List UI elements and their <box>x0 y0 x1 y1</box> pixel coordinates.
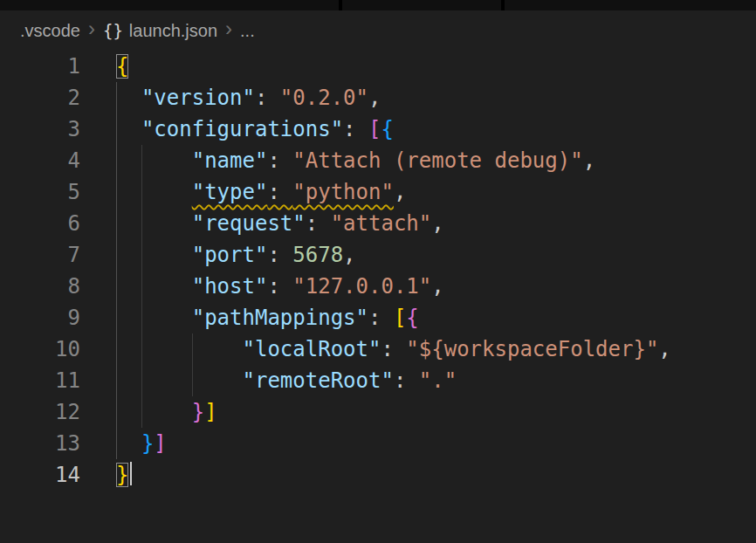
code-token: "attach" <box>331 211 432 236</box>
code-token: , <box>394 180 406 204</box>
code-line[interactable]: 14} <box>0 459 756 491</box>
code-text: "pathMappings": [{ <box>80 302 419 333</box>
code-line[interactable]: 4"name": "Attach (remote debug)", <box>0 145 756 176</box>
code-line[interactable]: 1{ <box>0 51 756 82</box>
code-text: "name": "Attach (remote debug)", <box>80 145 595 176</box>
code-line[interactable]: 2"version": "0.2.0", <box>0 82 756 113</box>
code-token: "version" <box>141 86 255 110</box>
token-warning-squiggle: : <box>267 180 292 204</box>
tab-bar-bottom-strip <box>0 0 756 10</box>
code-token: "127.0.0.1" <box>292 274 431 299</box>
line-number[interactable]: 4 <box>0 145 80 176</box>
code-token: "0.2.0" <box>280 86 368 110</box>
text-cursor <box>130 462 132 485</box>
code-token: : <box>368 306 394 330</box>
line-number[interactable]: 14 <box>0 459 80 491</box>
breadcrumb-folder[interactable]: .vscode <box>20 21 80 41</box>
code-token: "." <box>419 368 457 393</box>
code-text: "localRoot": "${workspaceFolder}", <box>80 333 671 365</box>
code-token: : <box>306 211 331 236</box>
code-text: "request": "attach", <box>80 208 444 239</box>
code-token: { <box>381 117 393 141</box>
code-line[interactable]: 13}] <box>0 428 756 459</box>
code-text: "port": 5678, <box>80 239 356 271</box>
line-number[interactable]: 10 <box>0 333 80 365</box>
breadcrumb-symbol-more[interactable]: ... <box>240 21 255 41</box>
code-line[interactable]: 9"pathMappings": [{ <box>0 302 756 333</box>
line-number[interactable]: 5 <box>0 176 80 208</box>
code-text: "remoteRoot": "." <box>80 365 457 396</box>
tab-separator <box>501 0 505 10</box>
code-line[interactable]: 5"type": "python", <box>0 176 756 208</box>
indent-guide <box>116 365 141 396</box>
indent-guide <box>116 176 141 208</box>
line-number[interactable]: 2 <box>0 82 80 113</box>
code-token: "${workspaceFolder}" <box>406 337 658 361</box>
code-token: , <box>431 274 443 299</box>
indent-guide <box>141 239 192 271</box>
code-token: , <box>368 86 381 110</box>
code-token: : <box>255 86 280 110</box>
line-number[interactable]: 11 <box>0 365 80 396</box>
code-token: , <box>431 211 443 236</box>
indent-guide <box>192 333 243 365</box>
line-number[interactable]: 8 <box>0 271 80 302</box>
code-token: [ <box>368 117 381 141</box>
indent-guide <box>116 271 141 302</box>
editor-code-area[interactable]: 1{2"version": "0.2.0",3"configurations":… <box>0 51 756 491</box>
indent-guide <box>116 333 141 365</box>
indent-guide <box>116 113 141 145</box>
code-token: "name" <box>192 148 268 173</box>
indent-guide <box>141 208 192 239</box>
indent-guide <box>116 239 141 271</box>
line-number[interactable]: 6 <box>0 208 80 239</box>
code-line[interactable]: 8"host": "127.0.0.1", <box>0 271 756 302</box>
indent-guide <box>141 365 192 396</box>
code-text: "host": "127.0.0.1", <box>80 271 444 302</box>
code-token: } <box>192 400 204 424</box>
breadcrumb-file[interactable]: launch.json <box>129 21 217 41</box>
code-token: , <box>343 243 355 267</box>
code-token: ] <box>154 431 166 456</box>
line-number[interactable]: 7 <box>0 239 80 271</box>
indent-guide <box>141 302 192 333</box>
code-token: ] <box>204 400 216 424</box>
line-number[interactable]: 12 <box>0 396 80 428</box>
line-number[interactable]: 3 <box>0 113 80 145</box>
code-line[interactable]: 10"localRoot": "${workspaceFolder}", <box>0 333 756 365</box>
code-token: } <box>116 463 128 487</box>
indent-guide <box>116 428 141 459</box>
code-line[interactable]: 11"remoteRoot": "." <box>0 365 756 396</box>
indent-guide <box>116 302 141 333</box>
code-token: : <box>381 337 406 361</box>
indent-guide <box>116 396 141 428</box>
code-token: : <box>267 243 292 267</box>
code-text: "type": "python", <box>80 176 406 208</box>
chevron-right-icon: › <box>225 18 232 43</box>
code-token: "pathMappings" <box>192 306 368 330</box>
json-file-icon: {} <box>103 21 123 40</box>
line-number[interactable]: 9 <box>0 302 80 333</box>
code-token: } <box>141 431 154 456</box>
tab-separator <box>339 0 342 10</box>
line-number[interactable]: 13 <box>0 428 80 459</box>
indent-guide <box>141 145 192 176</box>
code-token: { <box>116 54 128 79</box>
indent-guide <box>141 176 192 208</box>
indent-guide <box>116 208 141 239</box>
code-token: : <box>394 368 419 393</box>
code-text: } <box>80 459 132 491</box>
code-line[interactable]: 3"configurations": [{ <box>0 113 756 145</box>
code-text: }] <box>80 396 217 428</box>
indent-guide <box>141 333 192 365</box>
code-token: : <box>267 148 292 173</box>
code-line[interactable]: 7"port": 5678, <box>0 239 756 271</box>
line-number[interactable]: 1 <box>0 51 80 82</box>
chevron-right-icon: › <box>88 18 95 43</box>
code-line[interactable]: 6"request": "attach", <box>0 208 756 239</box>
code-token: "localRoot" <box>242 337 381 361</box>
code-line[interactable]: 12}] <box>0 396 756 428</box>
code-token: { <box>406 306 418 330</box>
code-token: "Attach (remote debug)" <box>292 148 582 173</box>
code-token: [ <box>394 306 406 330</box>
